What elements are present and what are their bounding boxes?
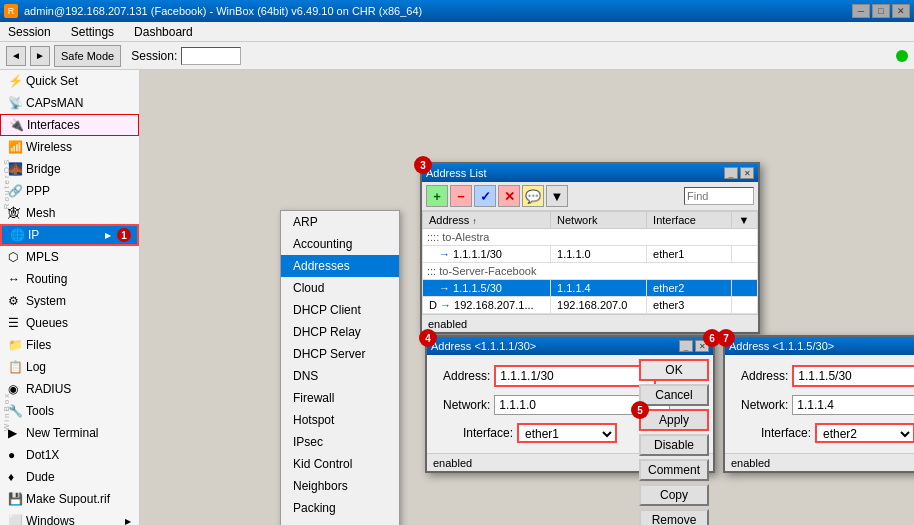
addr-left-minimize[interactable]: _: [679, 340, 693, 352]
comment-button-left[interactable]: Comment: [639, 459, 709, 481]
sidebar-item-mesh[interactable]: 🕸 Mesh: [0, 202, 139, 224]
sidebar-item-windows[interactable]: ⬜ Windows ▶: [0, 510, 139, 525]
sidebar-item-makesupout[interactable]: 💾 Make Supout.rif: [0, 488, 139, 510]
submenu-firewall[interactable]: Firewall: [281, 387, 399, 409]
submenu-dhcpserver[interactable]: DHCP Server: [281, 343, 399, 365]
addr-find-input[interactable]: [684, 187, 754, 205]
network-input-right[interactable]: [793, 396, 914, 414]
submenu-kidcontrol[interactable]: Kid Control: [281, 453, 399, 475]
addr-enable-button[interactable]: ✓: [474, 185, 496, 207]
sidebar-label-bridge: Bridge: [26, 162, 61, 176]
interface-form-group-right: Interface: ether2: [733, 419, 914, 447]
menu-session[interactable]: Session: [4, 25, 55, 39]
col-address: Address ↑: [423, 212, 551, 229]
sidebar-label-queues: Queues: [26, 316, 68, 330]
submenu-accounting[interactable]: Accounting: [281, 233, 399, 255]
submenu-dhcprelay[interactable]: DHCP Relay: [281, 321, 399, 343]
copy-button-left[interactable]: Copy: [639, 484, 709, 506]
apply-button-left[interactable]: Apply: [639, 409, 709, 431]
submenu-addresses[interactable]: Addresses: [281, 255, 399, 277]
sidebar-label-interfaces: Interfaces: [27, 118, 80, 132]
ok-button-left[interactable]: OK: [639, 359, 709, 381]
address-detail-left-window: 4 6 Address <1.1.1.1/30> _ ✕ Address:: [425, 335, 715, 473]
sidebar-item-system[interactable]: ⚙ System: [0, 290, 139, 312]
cancel-button-left[interactable]: Cancel: [639, 384, 709, 406]
submenu-arp[interactable]: ARP: [281, 211, 399, 233]
address-form-group: Address:: [435, 361, 625, 391]
addr-list-minimize[interactable]: _: [724, 167, 738, 179]
interface-select-right[interactable]: ether2: [817, 425, 913, 443]
network-input[interactable]: [495, 396, 653, 414]
network-label-right: Network:: [741, 398, 788, 412]
sidebar-label-ip: IP: [28, 228, 39, 242]
close-button[interactable]: ✕: [892, 4, 910, 18]
submenu-neighbors[interactable]: Neighbors: [281, 475, 399, 497]
sidebar-label-makesupout: Make Supout.rif: [26, 492, 110, 506]
sidebar-item-log[interactable]: 📋 Log: [0, 356, 139, 378]
addr-list-close[interactable]: ✕: [740, 167, 754, 179]
interface-select[interactable]: ether1: [519, 425, 615, 443]
col-interface: Interface: [647, 212, 732, 229]
sidebar-item-routing[interactable]: ↔ Routing: [0, 268, 139, 290]
sidebar-item-newterminal[interactable]: ▶ New Terminal: [0, 422, 139, 444]
addr-detail-left-titlebar[interactable]: Address <1.1.1.1/30> _ ✕: [427, 337, 713, 355]
network-cell: 1.1.1.0: [551, 246, 647, 263]
sidebar-item-dot1x[interactable]: ● Dot1X: [0, 444, 139, 466]
table-row[interactable]: → 1.1.1.1/30 1.1.1.0 ether1: [423, 246, 758, 263]
sidebar-item-files[interactable]: 📁 Files: [0, 334, 139, 356]
sidebar-item-ip[interactable]: 🌐 IP ▶ 1: [0, 224, 139, 246]
badge-1: 1: [117, 228, 131, 242]
submenu-dhcpclient[interactable]: DHCP Client: [281, 299, 399, 321]
action-buttons-left: OK Cancel Apply 5 Disable Comment Copy R…: [639, 359, 709, 525]
sidebar-item-tools[interactable]: 🔧 Tools: [0, 400, 139, 422]
sidebar-item-radius[interactable]: ◉ RADIUS: [0, 378, 139, 400]
session-input[interactable]: [181, 47, 241, 65]
address-input[interactable]: [496, 367, 654, 385]
submenu-dns[interactable]: DNS: [281, 365, 399, 387]
interface-cell-d: ether3: [647, 297, 732, 314]
interface-form-group: Interface: ether1: [435, 419, 625, 447]
forward-button[interactable]: ►: [30, 46, 50, 66]
address-detail-right-window: 7 9 Address <1.1.1.5/30> _ ✕ Address:: [723, 335, 914, 473]
sidebar-item-interfaces[interactable]: 🔌 Interfaces: [0, 114, 139, 136]
disable-button-left[interactable]: Disable: [639, 434, 709, 456]
sidebar-item-quickset[interactable]: ⚡ Quick Set: [0, 70, 139, 92]
interface-cell: ether1: [647, 246, 732, 263]
address-list-titlebar[interactable]: Address List _ ✕: [422, 164, 758, 182]
submenu-hotspot[interactable]: Hotspot: [281, 409, 399, 431]
sidebar-item-queues[interactable]: ☰ Queues: [0, 312, 139, 334]
maximize-button[interactable]: □: [872, 4, 890, 18]
col-network: Network: [551, 212, 647, 229]
menu-dashboard[interactable]: Dashboard: [130, 25, 197, 39]
submenu-cloud[interactable]: Cloud: [281, 277, 399, 299]
back-button[interactable]: ◄: [6, 46, 26, 66]
sidebar-item-wireless[interactable]: 📶 Wireless: [0, 136, 139, 158]
col-dropdown[interactable]: ▼: [732, 212, 758, 229]
minimize-button[interactable]: ─: [852, 4, 870, 18]
addr-add-button[interactable]: +: [426, 185, 448, 207]
addr-disable-button[interactable]: ✕: [498, 185, 520, 207]
sidebar-item-mpls[interactable]: ⬡ MPLS: [0, 246, 139, 268]
sidebar-item-ppp[interactable]: 🔗 PPP: [0, 180, 139, 202]
addr-list-status: enabled: [428, 318, 467, 330]
sidebar-item-bridge[interactable]: 🌉 Bridge: [0, 158, 139, 180]
address-input-right[interactable]: [794, 367, 914, 385]
table-row[interactable]: :::: to-Alestra: [423, 229, 758, 246]
addr-filter-button[interactable]: ▼: [546, 185, 568, 207]
sidebar-item-capsman[interactable]: 📡 CAPsMAN: [0, 92, 139, 114]
safe-mode-button[interactable]: Safe Mode: [54, 45, 121, 67]
remove-button-left[interactable]: Remove: [639, 509, 709, 525]
addr-detail-right-titlebar[interactable]: Address <1.1.1.5/30> _ ✕: [725, 337, 914, 355]
table-row-selected[interactable]: → 1.1.1.5/30 1.1.1.4 ether2: [423, 280, 758, 297]
submenu-pool[interactable]: Pool: [281, 519, 399, 525]
menu-settings[interactable]: Settings: [67, 25, 118, 39]
addr-comment-button[interactable]: 💬: [522, 185, 544, 207]
table-row[interactable]: ::: to-Server-Facebook: [423, 263, 758, 280]
table-row[interactable]: D → 192.168.207.1... 192.168.207.0 ether…: [423, 297, 758, 314]
sidebar-item-dude[interactable]: ♦ Dude: [0, 466, 139, 488]
submenu-packing[interactable]: Packing: [281, 497, 399, 519]
submenu-ipsec[interactable]: IPsec: [281, 431, 399, 453]
addr-remove-button[interactable]: −: [450, 185, 472, 207]
network-cell-d: 192.168.207.0: [551, 297, 647, 314]
sidebar-label-quickset: Quick Set: [26, 74, 78, 88]
